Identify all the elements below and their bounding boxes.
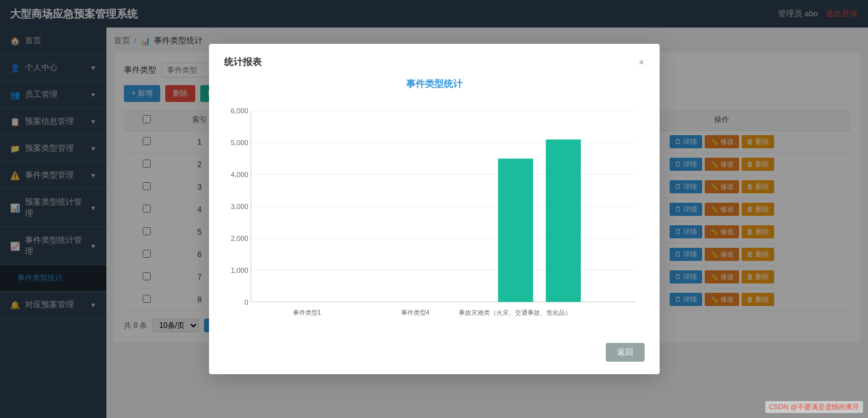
chart-area: 6,000 5,000 4,000 3,000 2,000 1,000 0 (224, 95, 645, 333)
svg-text:事件类型4: 事件类型4 (401, 309, 429, 316)
return-button[interactable]: 返回 (606, 343, 645, 362)
chart-svg: 6,000 5,000 4,000 3,000 2,000 1,000 0 (224, 95, 645, 333)
svg-text:6,000: 6,000 (230, 107, 248, 115)
svg-text:5,000: 5,000 (230, 139, 248, 146)
svg-text:1,000: 1,000 (230, 267, 248, 274)
modal-close-button[interactable]: × (638, 57, 644, 68)
svg-text:3,000: 3,000 (230, 203, 248, 210)
svg-text:事件类型1: 事件类型1 (292, 309, 321, 316)
chart-title: 事件类型统计 (224, 78, 645, 90)
modal-overlay[interactable]: 统计报表 × 事件类型统计 6,000 5,000 4,000 3,000 2,… (0, 0, 868, 418)
bar-3 (498, 158, 533, 302)
modal-title: 统计报表 (224, 56, 262, 68)
svg-text:事故灾难类（火灾、交通事故、危化品）: 事故灾难类（火灾、交通事故、危化品） (459, 309, 571, 316)
svg-text:0: 0 (244, 298, 248, 306)
svg-text:4,000: 4,000 (230, 171, 248, 178)
modal: 统计报表 × 事件类型统计 6,000 5,000 4,000 3,000 2,… (209, 44, 660, 374)
modal-footer: 返回 (224, 343, 645, 362)
bar-4 (546, 140, 581, 302)
watermark: CSDN @不要满是遗憾的离开 (765, 401, 863, 413)
modal-header: 统计报表 × (224, 56, 645, 68)
svg-text:2,000: 2,000 (230, 235, 248, 242)
